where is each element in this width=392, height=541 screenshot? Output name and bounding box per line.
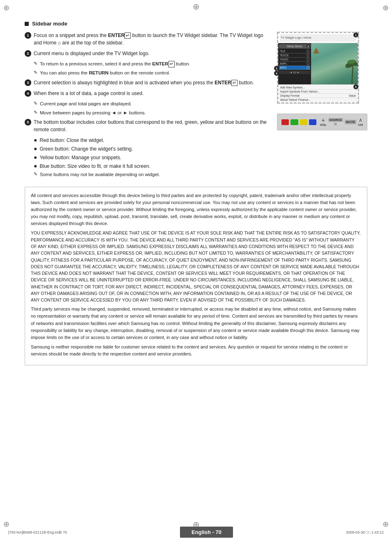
- disclaimer-para-1: All content and services accessible thro…: [31, 192, 361, 227]
- item-4-note-1: ✎ Current page and total pages are displ…: [34, 100, 269, 107]
- disclaimer-para-2: YOU EXPRESSLY ACKNOWLEDGE AND AGREE THAT…: [31, 230, 361, 303]
- item-4: 4 When there is a lot of data, a page co…: [25, 90, 269, 97]
- right-column: TV Widget Logo / Home 1 Menu Items: [277, 32, 367, 180]
- item-5-final-note-text: Some buttons may not be available depend…: [40, 171, 160, 178]
- toolbar-green-btn: [291, 119, 298, 125]
- label-2: 2: [306, 44, 311, 49]
- label-4: 4: [274, 71, 279, 76]
- toolbar-yellow-btn: [300, 119, 307, 125]
- toolbar-mockup-wrapper: + VOL SOURCE ⊟ MUTE: [277, 114, 367, 130]
- crosshair-top: ⊕: [193, 2, 200, 12]
- num-5: 5: [25, 119, 31, 125]
- item-5-text: The bottom toolbar includes color button…: [34, 118, 269, 133]
- item-3-text: Current selection is always highlighted …: [34, 79, 254, 86]
- num-3: 3: [25, 79, 31, 86]
- item-5-final-note: ✎ Some buttons may not be available depe…: [34, 171, 269, 178]
- footer-page-number: English - 70: [180, 527, 233, 538]
- bullet-yellow: ● Yellow button: Manage your snippets.: [34, 154, 269, 161]
- footer-left-text: [750-NA]BN68-02111B-Eng.indb 70: [8, 530, 67, 534]
- item-2-note-2: ✎ You can also press the RETURN button o…: [34, 70, 269, 77]
- item-4-note-2-text: Move between pages by pressing ◄ or ► bu…: [40, 109, 146, 116]
- num-2: 2: [25, 50, 31, 57]
- page-container: ⊕ ⊕ ⊕ ⊕ ⊕ ⊕ Sidebar mode 1 Focus on a sn…: [0, 0, 392, 541]
- label-3: 3: [274, 66, 279, 71]
- ch-control: ∧ CH: [358, 118, 363, 127]
- main-content: Sidebar mode 1 Focus on a snippet and pr…: [25, 16, 367, 365]
- item-2-note-1: ✎ To return to a previous screen, select…: [34, 60, 269, 67]
- mute-control: MUTE: [345, 120, 357, 124]
- item-4-text: When there is a lot of data, a page cont…: [34, 90, 144, 97]
- bullet-dot-yellow: ●: [34, 154, 37, 161]
- vol-control: + VOL: [320, 117, 326, 127]
- item-3: 3 Current selection is always highlighte…: [25, 79, 269, 86]
- item-4-note-1-text: Current page and total pages are display…: [40, 100, 132, 107]
- item-4-note-2: ✎ Move between pages by pressing ◄ or ► …: [34, 109, 269, 116]
- disclaimer-box: All content and services accessible thro…: [25, 187, 367, 365]
- bullet-yellow-text: Yellow button: Manage your snippets.: [39, 154, 121, 161]
- section-header: Sidebar mode: [25, 21, 367, 27]
- bullet-red-text: Red button: Close the widget.: [39, 137, 104, 144]
- num-4: 4: [25, 90, 31, 97]
- num-1: 1: [25, 32, 31, 39]
- sidebar-circle-exce: [307, 54, 309, 57]
- section-bullet: [25, 22, 29, 26]
- pencil-icon-4: ✎: [34, 110, 37, 115]
- corner-mark-top-left: ⊕: [3, 3, 9, 12]
- sidebar-row-exce: *EXCE: [280, 54, 289, 57]
- sidebar-circle-intc: [307, 66, 309, 69]
- bullet-blue: ● Blue button: Size video to fit, or mak…: [34, 163, 269, 170]
- left-column: 1 Focus on a snippet and press the ENTER…: [25, 32, 269, 180]
- label-5: 5: [353, 84, 358, 89]
- item-2-note-2-text: You can also press the RETURN button on …: [40, 70, 170, 77]
- item-2-note-1-text: To return to a previous screen, select i…: [40, 60, 190, 67]
- toolbar-mockup: + VOL SOURCE ⊟ MUTE: [277, 114, 367, 130]
- item-2: 2 Current menu is displayed under the TV…: [25, 50, 269, 57]
- section-title: Sidebar mode: [32, 21, 67, 27]
- two-col-layout: 1 Focus on a snippet and press the ENTER…: [25, 32, 367, 180]
- bullet-dot-green: ●: [34, 145, 37, 152]
- pencil-icon-5: ✎: [34, 172, 37, 177]
- bullet-dot-blue: ●: [34, 163, 37, 169]
- sidebar-circle-aapl: [307, 62, 309, 65]
- pencil-icon-2: ✎: [34, 70, 37, 75]
- item-2-text: Current menu is displayed under the TV W…: [34, 50, 150, 57]
- footer-right-text: 2009-03-30 □□ 1:43:12: [346, 530, 384, 534]
- tv-widget-mockup: TV Widget Logo / Home 1 Menu Items: [277, 32, 359, 104]
- item-1-text: Focus on a snippet and press the ENTER↵ …: [34, 32, 269, 46]
- pencil-icon-1: ✎: [34, 61, 37, 66]
- bullet-green: ● Green button: Change the widget's sett…: [34, 145, 269, 153]
- page-footer: [750-NA]BN68-02111B-Eng.indb 70 English …: [0, 527, 392, 538]
- bullet-red: ● Red button: Close the widget.: [34, 137, 269, 144]
- sidebar-row-dji: *DJI: [280, 50, 285, 53]
- toolbar-blue-btn: [309, 119, 316, 125]
- sidebar-row-yhoo: YHOO: [280, 58, 288, 61]
- pencil-icon-3: ✎: [34, 101, 37, 106]
- sidebar-row-aapl: AAPL: [280, 62, 287, 65]
- bullet-blue-text: Blue button: Size video to fit, or make …: [39, 163, 150, 170]
- item-1: 1 Focus on a snippet and press the ENTER…: [25, 32, 269, 46]
- sidebar-circle-dji: [307, 50, 309, 53]
- bullet-green-text: Green button: Change the widget's settin…: [39, 145, 133, 153]
- disclaimer-para-4: Samsung is neither responsible nor liabl…: [31, 344, 361, 358]
- corner-mark-top-right: ⊕: [383, 3, 389, 12]
- sidebar-circle-yhoo: [307, 58, 309, 61]
- label-1: 1: [353, 33, 358, 37]
- item-5: 5 The bottom toolbar includes color butt…: [25, 118, 269, 133]
- disclaimer-para-3: Third party services may be changed, sus…: [31, 306, 361, 341]
- toolbar-red-btn: [281, 119, 289, 125]
- hut-shape: [313, 47, 319, 53]
- svg-line-0: [352, 66, 353, 86]
- source-control: SOURCE ⊟: [328, 118, 343, 126]
- sidebar-row-intc: INTC: [280, 66, 286, 69]
- bullet-dot-red: ●: [34, 137, 37, 144]
